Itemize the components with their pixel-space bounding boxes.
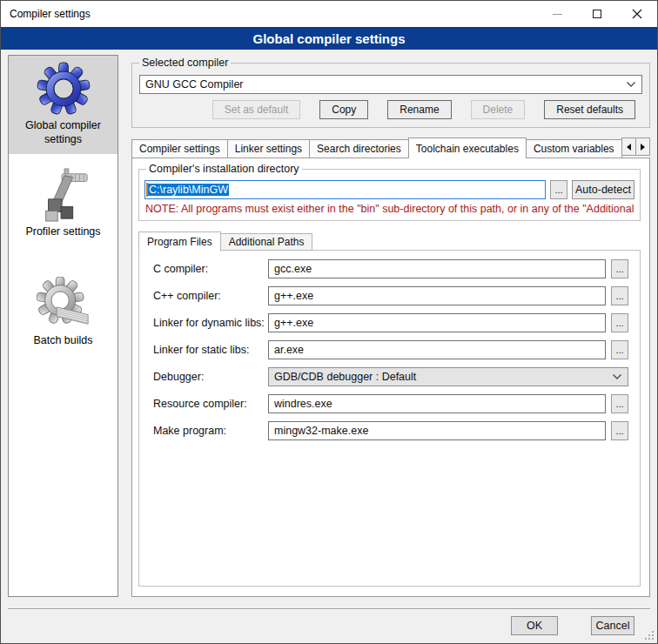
chevron-down-icon [612,373,622,380]
tab-scroll-right-button[interactable] [635,138,650,156]
debugger-label: Debugger: [153,371,268,383]
static-linker-browse-button[interactable]: ... [611,340,628,359]
close-icon [632,9,642,19]
main-panel: Selected compiler GNU GCC Compiler Set a… [131,55,650,597]
c-compiler-browse-button[interactable]: ... [611,259,628,278]
c-compiler-input[interactable] [268,259,606,278]
installation-directory-group-label: Compiler's installation directory [146,163,302,175]
tab-search-directories[interactable]: Search directories [310,139,409,158]
cpp-compiler-label: C++ compiler: [153,290,268,302]
settings-category-list: Global compiler settings Profiler settin… [8,55,118,597]
arrow-left-icon [627,144,631,151]
static-linker-input[interactable] [268,340,606,359]
dialog-body: Global compiler settings Profiler settin… [8,55,650,597]
chevron-down-icon [626,81,636,88]
program-files-panel: C compiler: ... C++ compiler: ... Linker… [138,250,641,587]
sidebar-item-batch-builds[interactable]: Batch builds [9,271,118,356]
reset-defaults-button[interactable]: Reset defaults [544,100,635,119]
compiler-actions: Set as default Copy Rename Delete Reset … [139,100,642,119]
selected-compiler-group-label: Selected compiler [139,57,231,69]
footer-separator [8,608,650,610]
sidebar-item-profiler-settings[interactable]: Profiler settings [9,162,118,247]
ok-button[interactable]: OK [511,616,558,635]
make-program-input[interactable] [268,421,606,440]
debugger-row: Debugger: GDB/CDB debugger : Default [153,367,628,386]
minimize-icon [553,14,562,15]
tab-additional-paths[interactable]: Additional Paths [221,233,313,251]
cpp-compiler-input[interactable] [268,286,606,305]
make-program-label: Make program: [153,425,268,437]
window-controls [537,1,657,27]
dynamic-linker-browse-button[interactable]: ... [611,313,628,332]
cancel-button[interactable]: Cancel [591,616,634,635]
tab-custom-variables[interactable]: Custom variables [527,139,622,158]
dynamic-linker-row: Linker for dynamic libs: ... [153,313,628,332]
c-compiler-row: C compiler: ... [153,259,628,278]
delete-button[interactable]: Delete [471,100,526,119]
c-compiler-label: C compiler: [153,263,268,275]
maximize-button[interactable] [577,1,617,27]
resize-grip[interactable] [645,631,655,641]
blue-gear-icon [37,62,91,116]
tab-scroll-arrows [621,138,650,156]
sidebar-item-label: Profiler settings [25,225,100,239]
arrow-right-icon [641,144,645,151]
close-button[interactable] [617,1,657,27]
selected-compiler-group: Selected compiler GNU GCC Compiler Set a… [131,63,650,128]
maximize-icon [593,10,601,18]
tab-compiler-settings[interactable]: Compiler settings [131,139,228,158]
gray-gear-stack-icon [37,277,91,331]
tab-toolchain-executables[interactable]: Toolchain executables [408,138,527,158]
make-program-row: Make program: ... [153,421,628,440]
settings-tabstrip: Compiler settings Linker settings Search… [131,137,650,158]
installation-directory-row: C:\raylib\MinGW ... Auto-detect [144,180,634,199]
static-linker-row: Linker for static libs: ... [153,340,628,359]
cpp-compiler-browse-button[interactable]: ... [611,286,628,305]
minimize-button[interactable] [537,1,577,27]
toolchain-executables-page: Compiler's installation directory C:\ray… [131,158,650,597]
dynamic-linker-input[interactable] [268,313,606,332]
window-title: Compiler settings [1,8,91,20]
installation-directory-value: C:\raylib\MinGW [148,184,229,196]
debugger-select[interactable]: GDB/CDB debugger : Default [268,367,628,386]
resource-compiler-browse-button[interactable]: ... [611,394,628,413]
make-program-browse-button[interactable]: ... [611,421,628,440]
title-bar: Compiler settings [1,1,657,27]
bin-subdirectory-note: NOTE: All programs must exist either in … [145,203,634,215]
debugger-select-value: GDB/CDB debugger : Default [274,371,416,383]
set-as-default-button[interactable]: Set as default [212,100,300,119]
compiler-select-value: GNU GCC Compiler [145,78,244,91]
sidebar-item-label: Batch builds [33,334,92,348]
installation-directory-input[interactable]: C:\raylib\MinGW [144,180,546,199]
resource-compiler-input[interactable] [268,394,606,413]
resource-compiler-label: Resource compiler: [153,398,268,410]
sidebar-item-global-compiler-settings[interactable]: Global compiler settings [9,56,118,154]
compiler-settings-window: Compiler settings Global compiler settin… [0,0,658,644]
rename-button[interactable]: Rename [387,100,451,119]
installation-directory-group: Compiler's installation directory C:\ray… [138,169,641,221]
tab-scroll-left-button[interactable] [621,138,636,156]
footer-buttons: OK Cancel [511,616,634,635]
copy-button[interactable]: Copy [319,100,368,119]
program-files-tabstrip: Program Files Additional Paths [138,231,641,251]
caliper-icon [37,168,91,222]
sidebar-item-label: Global compiler settings [10,119,116,146]
static-linker-label: Linker for static libs: [153,344,268,356]
cpp-compiler-row: C++ compiler: ... [153,286,628,305]
tab-linker-settings[interactable]: Linker settings [228,139,310,158]
auto-detect-button[interactable]: Auto-detect [572,180,634,199]
compiler-select[interactable]: GNU GCC Compiler [139,75,642,94]
banner-title: Global compiler settings [1,27,657,50]
tab-program-files[interactable]: Program Files [138,231,221,252]
resource-compiler-row: Resource compiler: ... [153,394,628,413]
dynamic-linker-label: Linker for dynamic libs: [153,317,268,329]
installation-directory-browse-button[interactable]: ... [550,180,567,199]
